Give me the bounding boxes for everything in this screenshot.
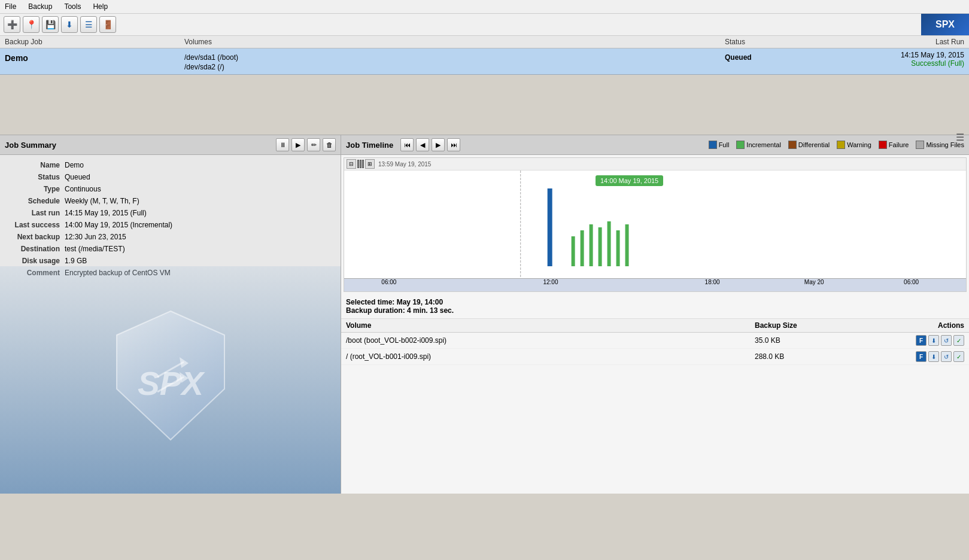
vol-actions-1: F ⬇ ↺ ✓ [874, 351, 964, 362]
volume-1: /dev/sda1 (/boot) [184, 53, 725, 62]
download-button[interactable]: ⬇ [61, 16, 78, 33]
summary-actions: ⏸ ▶ ✏ 🗑 [276, 138, 336, 151]
timeline-nav: ⏮ ◀ ▶ ⏭ [400, 138, 460, 151]
chart-toolbar: ⊟ ⊞ 13:59 May 19, 2015 [344, 158, 966, 171]
summary-header: Job Summary ⏸ ▶ ✏ 🗑 [0, 135, 341, 155]
legend-warning-color [837, 141, 845, 149]
vol-size-1: 288.0 KB [755, 352, 874, 361]
zoom-in-btn[interactable]: ⊞ [365, 159, 375, 169]
name-value: Demo [65, 161, 84, 169]
next-backup-label: Next backup [5, 233, 65, 241]
job-row[interactable]: Demo /dev/sda1 (/boot) /dev/sda2 (/) Que… [0, 48, 969, 75]
disk-usage-value: 1.9 GB [65, 257, 87, 265]
chart-container: ⊟ ⊞ 13:59 May 19, 2015 [344, 157, 967, 292]
next-backup-value: 12:30 Jun 23, 2015 [65, 233, 126, 241]
col-backup-job: Backup Job [5, 38, 184, 46]
time-label-0600b: 06:00 [904, 279, 919, 285]
empty-area [0, 75, 969, 135]
summary-destination-row: Destination test (/media/TEST) [5, 245, 336, 253]
timeline-svg [344, 171, 966, 278]
vol-actions-0: F ⬇ ↺ ✓ [874, 335, 964, 346]
menubar: File Backup Tools Help [0, 0, 969, 14]
timeline-title: Job Timeline [346, 141, 393, 150]
summary-nextbackup-row: Next backup 12:30 Jun 23, 2015 [5, 233, 336, 241]
delete-button[interactable]: 🗑 [323, 138, 336, 151]
spx-logo: SPX [921, 14, 969, 35]
spx-shield: SPX [111, 308, 230, 452]
backup-button[interactable]: 💾 [42, 16, 59, 33]
legend-incremental-label: Incremental [746, 141, 780, 148]
vol-file-btn-1[interactable]: F [916, 351, 927, 362]
menu-tools[interactable]: Tools [62, 1, 83, 12]
volume-2: /dev/sda2 (/) [184, 63, 725, 71]
legend-differential-color [788, 141, 797, 149]
summary-schedule-row: Schedule Weekly (M, T, W, Th, F) [5, 197, 336, 205]
time-label-1800: 18:00 [705, 279, 720, 285]
legend-full-color [709, 141, 717, 149]
add-button[interactable]: ➕ [4, 16, 20, 33]
list-button[interactable]: ☰ [80, 16, 97, 33]
vol-restore-btn-0[interactable]: ↺ [941, 335, 952, 346]
volume-table: Volume Backup Size Actions /boot (boot_V… [341, 319, 969, 494]
schedule-label: Schedule [5, 197, 65, 205]
zoom-controls [357, 160, 364, 168]
vol-download-btn-1[interactable]: ⬇ [928, 351, 939, 362]
menu-backup[interactable]: Backup [26, 1, 54, 12]
summary-type-row: Type Continuous [5, 185, 336, 193]
legend-missing-color [916, 141, 924, 149]
pause-button[interactable]: ⏸ [276, 138, 289, 151]
vol-verify-btn-1[interactable]: ✓ [953, 351, 964, 362]
vol-verify-btn-0[interactable]: ✓ [953, 335, 964, 346]
vol-restore-btn-1[interactable]: ↺ [941, 351, 952, 362]
volume-table-header: Volume Backup Size Actions [341, 319, 969, 333]
location-button[interactable]: 📍 [23, 16, 40, 33]
job-status: Queued [725, 51, 845, 62]
bottom-panels: Job Summary ⏸ ▶ ✏ 🗑 Name Demo Status Que… [0, 135, 969, 494]
svg-rect-14 [625, 224, 629, 266]
destination-label: Destination [5, 245, 65, 253]
menu-file[interactable]: File [2, 1, 19, 12]
vol-file-btn-0[interactable]: F [916, 335, 927, 346]
nav-first[interactable]: ⏮ [400, 138, 414, 151]
timestamp-left: 13:59 May 19, 2015 [378, 161, 431, 168]
nav-last[interactable]: ⏭ [447, 138, 460, 151]
nav-next[interactable]: ▶ [432, 138, 445, 151]
last-run-label: Last run [5, 209, 65, 217]
vol-download-btn-0[interactable]: ⬇ [928, 335, 939, 346]
svg-rect-12 [607, 221, 611, 266]
destination-value: test (/media/TEST) [65, 245, 125, 253]
menu-help[interactable]: Help [90, 1, 110, 12]
job-volumes: /dev/sda1 (/boot) /dev/sda2 (/) [184, 51, 725, 71]
exit-button[interactable]: 🚪 [99, 16, 116, 33]
svg-rect-13 [616, 230, 620, 266]
toolbar: ➕ 📍 💾 ⬇ ☰ 🚪 SPX [0, 14, 969, 36]
summary-name-row: Name Demo [5, 161, 336, 169]
scroll-icon[interactable]: ☰ [956, 132, 964, 143]
legend-full: Full [709, 141, 730, 149]
time-axis: 06:00 12:00 18:00 May 20 06:00 [344, 278, 966, 291]
last-run-value: 14:15 May 19, 2015 (Full) [65, 209, 147, 217]
svg-rect-7 [548, 188, 552, 266]
col-last-run: Last Run [845, 38, 964, 46]
chart-area[interactable]: 14:00 May 19, 2015 [344, 171, 966, 278]
job-lastrun: 14:15 May 19, 2015 Successful (Full) [845, 51, 964, 68]
vol-col-actions: Actions [874, 321, 964, 330]
nav-prev[interactable]: ◀ [416, 138, 429, 151]
zoom-handle-2[interactable] [360, 160, 362, 168]
lastrun-date: 14:15 May 19, 2015 [845, 51, 964, 59]
summary-status-row: Status Queued [5, 173, 336, 181]
col-volumes: Volumes [184, 38, 725, 46]
zoom-handle-3[interactable] [362, 160, 364, 168]
svg-rect-11 [599, 227, 602, 266]
summary-diskusage-row: Disk usage 1.9 GB [5, 257, 336, 265]
schedule-value: Weekly (M, T, W, Th, F) [65, 197, 139, 205]
zoom-out-btn[interactable]: ⊟ [347, 159, 356, 169]
play-button[interactable]: ▶ [291, 138, 305, 151]
legend-failure-label: Failure [889, 141, 909, 148]
edit-button[interactable]: ✏ [307, 138, 320, 151]
legend-differential-label: Differential [798, 141, 830, 148]
type-label: Type [5, 185, 65, 193]
selected-time-label: Selected time: [346, 298, 397, 306]
zoom-handle-1[interactable] [357, 160, 359, 168]
legend-incremental-color [736, 141, 745, 149]
